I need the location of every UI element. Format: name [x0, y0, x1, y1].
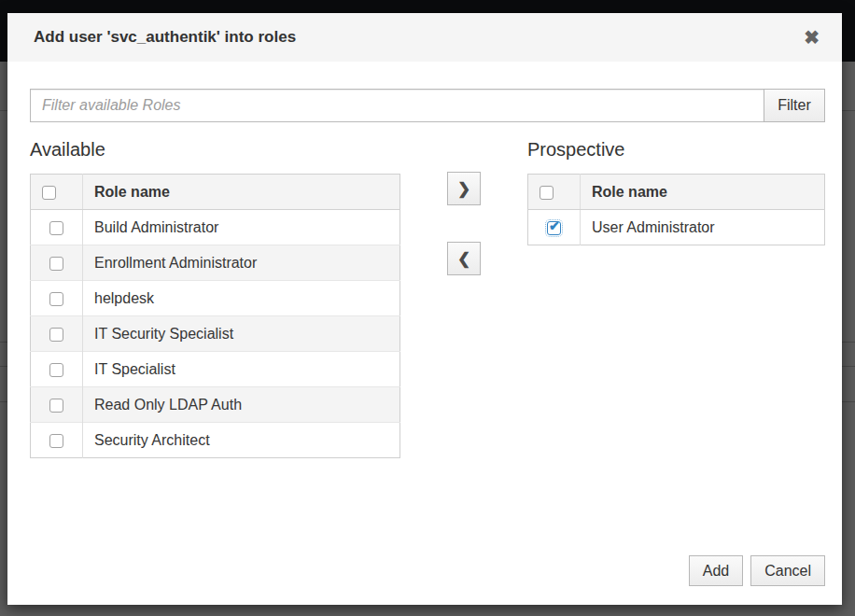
filter-button[interactable]: Filter: [764, 89, 825, 122]
dialog-body: Filter Available Role name Build Adminis…: [7, 62, 842, 458]
move-right-button[interactable]: ❯: [447, 172, 481, 205]
row-checkbox[interactable]: [547, 221, 561, 235]
select-all-checkbox[interactable]: [540, 186, 554, 200]
row-checkbox[interactable]: [49, 221, 63, 235]
adder-columns: Available Role name Build AdministratorE…: [30, 137, 825, 458]
row-checkbox[interactable]: [49, 292, 63, 306]
table-row: Build Administrator: [31, 210, 400, 245]
select-all-checkbox[interactable]: [42, 186, 56, 200]
row-checkbox[interactable]: [49, 434, 63, 448]
filter-input[interactable]: [30, 89, 764, 122]
prospective-heading: Prospective: [527, 137, 825, 161]
available-section: Available Role name Build AdministratorE…: [30, 137, 400, 458]
close-icon[interactable]: ✖: [802, 26, 821, 49]
table-row: Enrollment Administrator: [31, 245, 400, 281]
table-row: Read Only LDAP Auth: [31, 387, 400, 423]
dialog-header: Add user 'svc_authentik' into roles ✖: [7, 13, 842, 62]
transfer-buttons: ❯ ❮: [400, 137, 527, 275]
dialog-title: Add user 'svc_authentik' into roles: [34, 28, 802, 47]
role-name-cell: helpdesk: [83, 281, 400, 316]
available-heading: Available: [30, 137, 400, 161]
role-name-cell: User Administrator: [581, 210, 825, 245]
available-roles-table: Role name Build AdministratorEnrollment …: [30, 174, 400, 458]
move-left-button[interactable]: ❮: [447, 242, 481, 275]
role-name-cell: Read Only LDAP Auth: [83, 387, 400, 423]
prospective-roles-table: Role name User Administrator: [527, 174, 825, 245]
table-row: Security Architect: [31, 423, 400, 458]
table-header-row: Role name: [31, 175, 400, 210]
table-row: helpdesk: [31, 281, 400, 316]
role-name-column-header: Role name: [83, 175, 400, 210]
role-name-cell: IT Security Specialist: [83, 316, 400, 352]
prospective-section: Prospective Role name User Administrator: [527, 137, 825, 245]
chevron-left-icon: ❮: [457, 250, 470, 268]
add-roles-dialog: Add user 'svc_authentik' into roles ✖ Fi…: [7, 13, 842, 605]
role-name-cell: IT Specialist: [83, 352, 400, 387]
row-checkbox[interactable]: [49, 363, 63, 377]
dialog-footer: Add Cancel: [689, 555, 825, 586]
table-row: IT Specialist: [31, 352, 400, 387]
row-checkbox[interactable]: [49, 399, 63, 413]
add-button[interactable]: Add: [689, 555, 743, 586]
table-row: User Administrator: [528, 210, 825, 245]
role-name-cell: Security Architect: [83, 423, 400, 458]
table-row: IT Security Specialist: [31, 316, 400, 352]
filter-row: Filter: [30, 89, 825, 122]
role-name-column-header: Role name: [581, 175, 825, 210]
cancel-button[interactable]: Cancel: [750, 555, 825, 586]
chevron-right-icon: ❯: [457, 180, 470, 198]
role-name-cell: Build Administrator: [83, 210, 400, 245]
table-header-row: Role name: [528, 175, 825, 210]
row-checkbox[interactable]: [49, 257, 63, 271]
row-checkbox[interactable]: [49, 328, 63, 342]
role-name-cell: Enrollment Administrator: [83, 245, 400, 281]
